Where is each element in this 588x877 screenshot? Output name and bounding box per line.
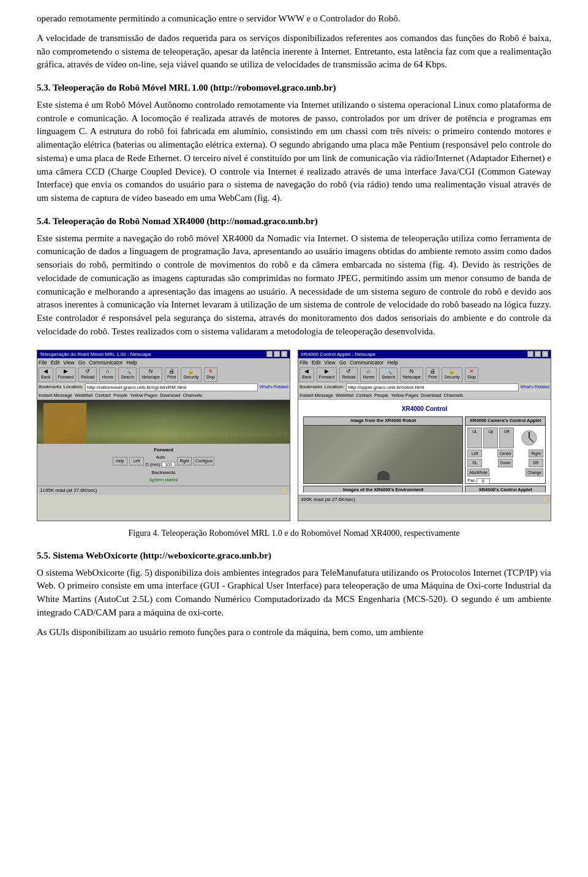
print-button[interactable]: 🖨Print (165, 367, 178, 382)
menu-file[interactable]: File (39, 359, 47, 366)
channels-link[interactable]: Channels (183, 393, 202, 399)
right-search-button[interactable]: 🔍Search (379, 367, 398, 382)
up-button[interactable]: Up (483, 427, 498, 448)
ul-button[interactable]: UL (467, 427, 482, 448)
instant-message-link[interactable]: Instant Message (39, 393, 72, 399)
right-netscape-button[interactable]: NNetscape (400, 367, 423, 382)
xr4000-title: XR4000 Control (303, 405, 546, 414)
right-security-button[interactable]: 🔒Security (442, 367, 462, 382)
home-button[interactable]: ⌂Home (99, 367, 116, 382)
right-home-button[interactable]: ⌂Home (360, 367, 377, 382)
browser-right-menu[interactable]: File Edit View Go Communicator Help (298, 358, 551, 367)
configure-ctrl-button[interactable]: Configure (194, 457, 214, 465)
menu-help[interactable]: Help (126, 359, 137, 366)
menu-communicator[interactable]: Communicator (89, 359, 123, 366)
right-stop-button[interactable]: ✕Stop (465, 367, 478, 382)
forward-button[interactable]: ▶Forward (56, 367, 77, 382)
webmail-link[interactable]: WebMail (75, 393, 92, 399)
right-webmail-link[interactable]: WebMail (336, 393, 353, 399)
figure-4-caption: Figura 4. Teleoperação Robomóvel MRL 1.0… (37, 527, 551, 540)
right-download-link[interactable]: Download (421, 393, 441, 399)
paragraph-5: O sistema WebOxicorte (fig. 5) disponibi… (37, 566, 551, 620)
right-people-link[interactable]: People (374, 393, 388, 399)
right-ctrl-button[interactable]: Right (177, 457, 192, 465)
bookmarks-label: Bookmarks (39, 384, 62, 391)
xr4000-bottom-panels: Images of the XR4000's Environment XR400… (303, 486, 546, 493)
right-menu-view[interactable]: View (324, 359, 335, 366)
down-button[interactable]: Down (498, 459, 513, 467)
right-back-button[interactable]: ◀Back (300, 367, 314, 382)
close-button[interactable]: × (281, 351, 287, 357)
back-button[interactable]: ◀Back (39, 367, 53, 382)
people-link[interactable]: People (113, 393, 127, 399)
titlebar-buttons[interactable]: _ □ × (266, 351, 287, 357)
right-forward-button[interactable]: ▶Forward (317, 367, 337, 382)
browser-left-links: Instant Message WebMail Contact People Y… (37, 392, 290, 401)
browser-left-menu[interactable]: File Edit View Go Communicator Help (37, 358, 290, 367)
stop-button[interactable]: ✕Stop (204, 367, 217, 382)
xr4000-image-panel: Image from the XR4000 Robot (303, 416, 463, 484)
right-cam-button[interactable]: Right (529, 450, 543, 457)
menu-go[interactable]: Go (78, 359, 85, 366)
browser-left[interactable]: Teleoperação do Robô Móvel MRL 1.00 - Ne… (37, 350, 290, 521)
right-menu-communicator[interactable]: Communicator (350, 359, 383, 366)
contact-link[interactable]: Contact (95, 393, 111, 399)
right-menu-edit[interactable]: Edit (312, 359, 321, 366)
netscape-button[interactable]: NNetscape (139, 367, 162, 382)
reload-button[interactable]: ↺Reload (78, 367, 97, 382)
dl-button[interactable]: DL (467, 459, 482, 467)
browser-left-content: Forward Help Left Auto D (mm): (37, 400, 290, 486)
right-address-label: Location: (325, 383, 344, 391)
maximize-button[interactable]: □ (274, 351, 280, 357)
right-titlebar-buttons[interactable]: _ □ × (527, 351, 548, 357)
right-maximize-button[interactable]: □ (535, 351, 541, 357)
env-panel-label: Images of the XR4000's Environment (304, 486, 462, 493)
right-channels-link[interactable]: Channels (443, 393, 463, 399)
right-reload-button[interactable]: ↺Reload (339, 367, 358, 382)
yellow-pages-link[interactable]: Yellow Pages (130, 393, 157, 399)
address-input[interactable] (85, 383, 258, 391)
xr4000-robot-image (304, 426, 462, 483)
right-whats-related[interactable]: What's Related (521, 384, 549, 390)
d-input[interactable] (162, 462, 175, 467)
menu-edit[interactable]: Edit (51, 359, 60, 366)
abswhole-button[interactable]: AbsWhole (467, 469, 489, 476)
right-address-input[interactable] (346, 383, 519, 391)
pan-input[interactable] (477, 478, 490, 484)
xr4000-camera-panel: XR4000 Camera's Control Applet UL Up UR (465, 416, 546, 484)
browser-right[interactable]: XR4000 Control Applet - Netscape _ □ × F… (298, 350, 551, 521)
xr4000-env-panel: Images of the XR4000's Environment (303, 486, 463, 493)
center-button[interactable]: Center (497, 450, 513, 457)
right-menu-file[interactable]: File (300, 359, 308, 366)
whats-related[interactable]: What's Related (260, 384, 288, 390)
right-menu-go[interactable]: Go (339, 359, 346, 366)
paragraph-3: Este sistema é um Robô Móvel Autônomo co… (37, 99, 551, 205)
dr-button[interactable]: DR (529, 459, 543, 467)
change-button[interactable]: Change (526, 469, 543, 476)
xr4000-applet-panel: XR4000's Control Applet (465, 486, 546, 493)
browser-left-toolbar: ◀Back ▶Forward ↺Reload ⌂Home 🔍Search NNe… (37, 367, 290, 382)
left-cam-button[interactable]: Left (467, 450, 482, 457)
system-status: System started (149, 477, 178, 483)
download-link[interactable]: Download (160, 393, 180, 399)
right-contact-link[interactable]: Contact (356, 393, 372, 399)
right-instant-message-link[interactable]: Instant Message (300, 393, 333, 399)
left-ctrl-button[interactable]: Left (129, 457, 144, 465)
right-yellow-pages-link[interactable]: Yellow Pages (391, 393, 418, 399)
right-minimize-button[interactable]: _ (527, 351, 533, 357)
right-close-button[interactable]: × (542, 351, 548, 357)
auto-label: Auto (156, 454, 165, 461)
search-button[interactable]: 🔍Search (118, 367, 137, 382)
camera-controls: UL Up UR (466, 426, 545, 493)
ctrl-row-abswhole: AbsWhole Change (467, 469, 543, 476)
browser-left-titlebar: Teleoperação do Robô Móvel MRL 1.00 - Ne… (37, 350, 290, 359)
paragraph-2: A velocidade de transmissão de dados req… (37, 32, 551, 72)
menu-view[interactable]: View (63, 359, 74, 366)
right-print-button[interactable]: 🖨Print (426, 367, 439, 382)
right-menu-help[interactable]: Help (387, 359, 398, 366)
help-ctrl-button[interactable]: Help (113, 457, 127, 465)
ur-button[interactable]: UR (499, 427, 514, 448)
minimize-button[interactable]: _ (266, 351, 273, 357)
security-button[interactable]: 🔒Security (181, 367, 201, 382)
browser-right-toolbar: ◀Back ▶Forward ↺Reload ⌂Home 🔍Search NNe… (298, 367, 551, 382)
